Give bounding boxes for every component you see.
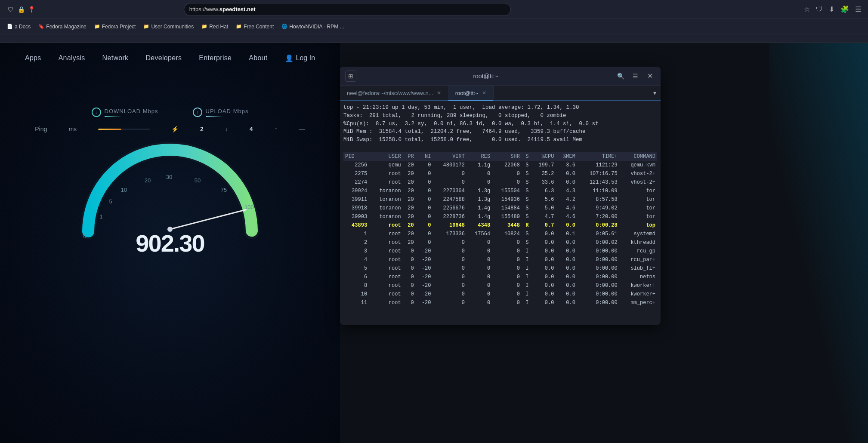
bookmark-fedora-project[interactable]: 📁 Fedora Project	[91, 22, 139, 31]
project-icon: 📁	[94, 24, 100, 29]
gauge-value: 902.30	[136, 229, 204, 257]
shield-browser-icon[interactable]: 🛡	[816, 6, 823, 13]
col-pid: PID	[343, 152, 369, 161]
table-row: 3root0-20000I0.00.00:00.00rcu_gp	[343, 247, 657, 255]
address-bar-icons: 🛡 🔒 📍	[7, 6, 35, 13]
nav-enterprise[interactable]: Enterprise	[199, 52, 232, 64]
address-bar: 🛡 🔒 📍 https://www.speedtest.net ☆ 🛡 ⬇ 🧩 …	[0, 0, 868, 19]
col-res: RES	[466, 152, 492, 161]
url-text: https://www.speedtest.net	[189, 6, 256, 12]
col-virt: VIRT	[432, 152, 466, 161]
col-user: USER	[369, 152, 402, 161]
svg-text:1: 1	[99, 213, 102, 220]
col-s: S	[522, 152, 530, 161]
upload-metric: ↑ UPLOAD Mbps	[193, 108, 249, 117]
speedtest-right-bg	[769, 43, 868, 443]
extensions-icon[interactable]: 🧩	[840, 5, 849, 13]
magazine-icon: 🔖	[38, 24, 44, 29]
bookmark-free-content-label: Free Content	[244, 24, 274, 30]
table-row: 10root0-20000I0.00.00:00.00kworker+	[343, 290, 657, 298]
nav-login[interactable]: 👤 Log In	[285, 54, 315, 62]
hamburger-menu-icon[interactable]: ☰	[855, 5, 861, 13]
svg-text:0: 0	[83, 233, 86, 240]
terminal-search-button[interactable]: 🔍	[615, 71, 626, 82]
bookmark-free-content[interactable]: 📁 Free Content	[232, 22, 277, 31]
tab-neel-label: neel@fedora:~/misc/www/www.n...	[347, 90, 433, 96]
speedtest-page: Apps Analysis Network Developers Enterpr…	[0, 43, 340, 443]
nvidia-icon: 🌐	[281, 24, 287, 29]
bookmark-redhat[interactable]: 📁 Red Hat	[198, 22, 232, 31]
lock-icon: 🔒	[17, 6, 25, 13]
svg-text:5: 5	[109, 198, 112, 205]
bookmark-project-label: Fedora Project	[102, 24, 136, 30]
communities-icon: 📁	[143, 24, 149, 29]
gauge-container: 0 1 5 10 20 30 50 75 100	[62, 128, 278, 257]
bookmark-magazine-label: Fedora Magazine	[46, 24, 86, 30]
bookmark-fedora-magazine[interactable]: 🔖 Fedora Magazine	[35, 22, 90, 31]
nav-analysis[interactable]: Analysis	[59, 52, 85, 64]
download-separator	[105, 116, 122, 117]
col-time: TIME+	[577, 152, 619, 161]
table-row: 11root0-20000I0.00.00:00.00mm_perc+	[343, 298, 657, 307]
nav-about[interactable]: About	[249, 52, 267, 64]
download-browser-icon[interactable]: ⬇	[829, 5, 834, 13]
terminal-tabs-dropdown[interactable]: ▾	[649, 86, 661, 100]
bookmark-star-icon[interactable]: ☆	[804, 5, 810, 13]
nav-apps[interactable]: Apps	[25, 52, 41, 64]
download-metric: ↓ DOWNLOAD Mbps	[92, 108, 158, 117]
table-row: 2256qemu20048001721.1g22068S199.73.61121…	[343, 161, 657, 169]
col-cpu: %CPU	[530, 152, 556, 161]
nav-developers[interactable]: Developers	[145, 52, 182, 64]
bookmark-docs[interactable]: 📄 a Docs	[3, 22, 34, 31]
table-header-row: PID USER PR NI VIRT RES SHR S %CPU %MEM …	[343, 152, 657, 161]
svg-text:30: 30	[166, 174, 172, 180]
terminal-tabs: neel@fedora:~/misc/www/www.n... ✕ root@t…	[340, 86, 661, 101]
terminal-content[interactable]: top - 21:23:19 up 1 day, 53 min, 1 user,…	[340, 101, 661, 325]
bookmark-user-communities[interactable]: 📁 User Communities	[140, 22, 197, 31]
ping-label: Ping	[35, 126, 47, 132]
nav-network[interactable]: Network	[102, 52, 129, 64]
upload-separator	[206, 116, 223, 117]
svg-text:10: 10	[121, 187, 127, 193]
table-row: 5root0-20000I0.00.00:00.00slub_fl+	[343, 264, 657, 273]
location-icon: 📍	[28, 6, 35, 13]
top-mem-line: MiB Mem : 31584.4 total, 21204.2 free, 7…	[343, 128, 657, 136]
svg-text:20: 20	[145, 177, 151, 184]
top-swap-line: MiB Swap: 15258.0 total, 15258.0 free, 0…	[343, 136, 657, 144]
svg-text:50: 50	[195, 177, 201, 184]
tab-neel-close[interactable]: ✕	[437, 90, 441, 96]
terminal-close-button[interactable]: ✕	[644, 71, 655, 82]
free-content-icon: 📁	[236, 24, 242, 29]
bookmark-communities-label: User Communities	[151, 24, 194, 30]
upload-icon: ↑	[193, 108, 202, 117]
speedtest-nav: Apps Analysis Network Developers Enterpr…	[0, 43, 340, 73]
bookmark-nvidia-label: Howto/NVIDIA - RPM ...	[289, 24, 344, 30]
terminal-tab-root[interactable]: root@tt:~ ✕	[448, 86, 494, 101]
docs-icon: 📄	[7, 24, 13, 29]
bookmark-docs-label: a Docs	[15, 24, 31, 30]
terminal-menu-button[interactable]: ☰	[630, 71, 641, 82]
table-row: 2root200000S0.00.00:00.02kthreadd	[343, 238, 657, 247]
terminal-title: root@tt:~	[360, 73, 612, 80]
browser-right-icons: ☆ 🛡 ⬇ 🧩 ☰	[804, 5, 861, 13]
terminal-tab-neel[interactable]: neel@fedora:~/misc/www/www.n... ✕	[340, 86, 448, 100]
process-table: PID USER PR NI VIRT RES SHR S %CPU %MEM …	[343, 152, 657, 307]
shield-icon: 🛡	[7, 6, 15, 13]
bookmark-nvidia[interactable]: 🌐 Howto/NVIDIA - RPM ...	[278, 22, 347, 31]
table-row: 8root0-20000I0.00.00:00.00kworker+	[343, 281, 657, 290]
process-list: 2256qemu20048001721.1g22068S199.73.61121…	[343, 161, 657, 307]
bookmark-redhat-label: Red Hat	[209, 24, 228, 30]
col-pr: PR	[403, 152, 416, 161]
svg-line-9	[169, 209, 247, 229]
gauge-area: ↓ DOWNLOAD Mbps ↑ UPLOAD Mbps	[0, 108, 340, 257]
table-row: 2274root200000S33.60.0121:43.53vhost-2+	[343, 178, 657, 187]
terminal-new-tab-button[interactable]: ⊞	[345, 71, 356, 82]
url-box[interactable]: https://www.speedtest.net	[184, 3, 511, 16]
col-shr: SHR	[492, 152, 522, 161]
person-icon: 👤	[285, 54, 293, 62]
redhat-icon: 📁	[201, 24, 207, 29]
table-row: 6root0-20000I0.00.00:00.00netns	[343, 273, 657, 281]
table-row: 39924toranon20022703041.3g155504S6.34.31…	[343, 187, 657, 195]
tab-root-close[interactable]: ✕	[482, 90, 486, 96]
table-row: 39918toranon20022566761.4g154884S5.04.69…	[343, 204, 657, 212]
